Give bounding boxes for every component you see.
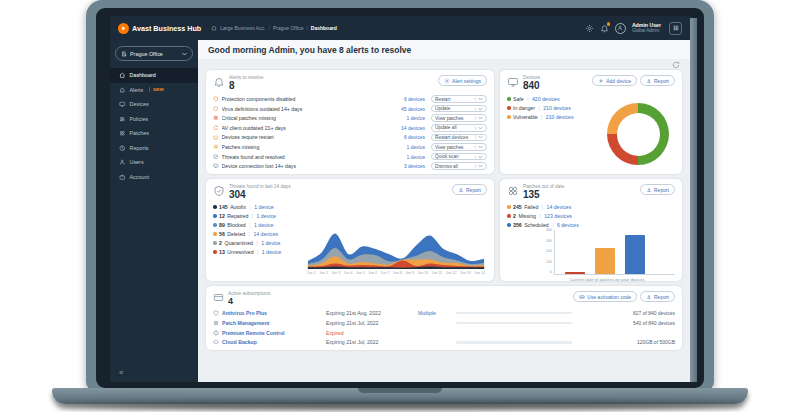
legend-count: 145: [219, 204, 228, 210]
legend-link[interactable]: 1 device: [257, 213, 276, 219]
console-switcher-icon[interactable]: [669, 22, 682, 35]
alert-action-select[interactable]: View patches: [431, 143, 487, 151]
alert-devices-link[interactable]: 1 device: [406, 115, 425, 121]
x-tick-label: Jun 11: [432, 271, 443, 275]
legend-item: 245Failed14 devices: [507, 202, 675, 211]
x-tick-label: Jun 10: [417, 271, 428, 275]
legend-link[interactable]: 1 device: [254, 222, 273, 228]
sidebar-item-users[interactable]: Users: [110, 155, 198, 170]
sidebar-item-dashboard[interactable]: Dashboard: [110, 68, 198, 83]
alert-devices-link[interactable]: 14 devices: [401, 125, 425, 131]
breadcrumb-separator: [306, 25, 307, 31]
report-button[interactable]: Report: [452, 184, 487, 195]
alert-devices-link[interactable]: 45 devices: [401, 106, 425, 112]
alert-action-select[interactable]: Update all: [431, 124, 487, 132]
legend-link[interactable]: 210 devices: [543, 105, 571, 111]
threats-card: Threats found in last 14 days 304 Report: [206, 179, 494, 281]
shield-check-icon: [213, 154, 219, 160]
alert-settings-button[interactable]: Alert settings: [438, 75, 487, 86]
sidebar-item-devices[interactable]: Devices: [110, 97, 198, 112]
alert-label: Virus definitions outdated 14+ days: [222, 106, 402, 112]
sidebar-item-alerts[interactable]: Alerts NEW: [110, 83, 198, 98]
sidebar-item-account[interactable]: Account: [110, 170, 198, 185]
refresh-icon[interactable]: [672, 61, 680, 69]
y-tick-label: 400: [546, 228, 552, 232]
legend-link[interactable]: 123 devices: [544, 213, 572, 219]
legend-item: 145Autofix1 device: [213, 202, 305, 211]
legend-dot: [213, 205, 217, 209]
report-button[interactable]: Report: [640, 75, 675, 86]
user-meta[interactable]: Admin User Global Admin: [632, 22, 661, 34]
chevron-down-icon: [475, 135, 483, 139]
y-tick-label: 300: [546, 239, 552, 243]
subscription-row: Antivirus Pro Plus Expiring 21st Aug, 20…: [213, 308, 675, 318]
button-label: Report: [654, 78, 669, 84]
subscription-name-link[interactable]: Cloud Backup: [222, 339, 326, 345]
breadcrumb-item[interactable]: Prague Office: [273, 25, 303, 31]
breadcrumb-item[interactable]: Large Business Acc.: [220, 25, 265, 31]
monitor-icon: [213, 163, 219, 169]
subscription-name-link[interactable]: Antivirus Pro Plus: [222, 310, 326, 316]
report-button[interactable]: Report: [640, 184, 675, 195]
legend-link[interactable]: 420 devices: [532, 96, 560, 102]
app-window: Avast Business Hub Large Business Acc. P…: [110, 16, 690, 382]
legend-label: Quarantined: [224, 240, 253, 246]
legend-link[interactable]: 210 devices: [546, 114, 574, 120]
legend-link[interactable]: 6 devices: [557, 222, 579, 228]
x-tick-label: Jun 4: [344, 271, 353, 275]
alert-action-select[interactable]: Update: [431, 105, 487, 113]
subscription-name-link[interactable]: Patch Management: [222, 320, 326, 326]
sidebar-collapse-button[interactable]: «: [119, 369, 123, 377]
x-tick-label: Jun 13: [460, 271, 471, 275]
legend-link[interactable]: 14 devices: [253, 231, 278, 237]
legend-link[interactable]: 1 device: [262, 249, 281, 255]
avatar[interactable]: [615, 23, 626, 34]
credit-card-icon: [213, 292, 224, 303]
subscription-row: Premium Remote Control Expired: [213, 328, 675, 338]
subscription-usage: 540 of 840 devices: [633, 320, 675, 326]
sidebar-item-policies[interactable]: Policies: [110, 112, 198, 127]
button-label: Report: [466, 187, 481, 193]
alert-action-select[interactable]: Dismiss all: [431, 162, 487, 170]
bar-failed: [595, 248, 615, 274]
legend-dot: [507, 223, 511, 227]
x-tick-label: Jun 8: [393, 271, 402, 275]
alert-action-select[interactable]: View patches: [431, 114, 487, 122]
alert-action-select[interactable]: Restart devices: [431, 134, 487, 142]
legend-link[interactable]: 1 device: [261, 240, 280, 246]
alert-action-select[interactable]: Restart: [431, 95, 487, 103]
breadcrumb-current: Dashboard: [311, 25, 337, 31]
action-label: Restart devices: [435, 135, 475, 140]
use-activation-code-button[interactable]: Use activation code: [573, 291, 637, 302]
alert-devices-link[interactable]: 6 devices: [404, 134, 425, 140]
alert-devices-link[interactable]: 1 device: [406, 154, 425, 160]
x-tick-label: Jun 3: [332, 271, 341, 275]
alert-devices-link[interactable]: 6 devices: [404, 96, 425, 102]
home-icon: [119, 72, 126, 79]
subscription-extra-link[interactable]: Multiple: [418, 310, 456, 316]
patches-icon: [507, 185, 519, 197]
sidebar-item-patches[interactable]: Patches: [110, 126, 198, 141]
legend-count: 13: [219, 249, 225, 255]
download-icon: [458, 187, 464, 193]
legend-item: 2Quarantined1 device: [213, 238, 305, 247]
alert-devices-link[interactable]: 3 devices: [404, 163, 425, 169]
alert-devices-link[interactable]: 1 device: [406, 144, 425, 150]
report-button[interactable]: Report: [640, 291, 675, 302]
action-label: Dismiss all: [435, 164, 475, 169]
add-device-button[interactable]: Add device: [592, 75, 637, 86]
sidebar-item-reports[interactable]: Reports: [110, 141, 198, 156]
notifications-bell-icon[interactable]: [600, 24, 609, 33]
legend-dot: [507, 115, 511, 119]
subscription-usage: 827 of 840 devices: [633, 310, 675, 316]
gear-icon[interactable]: [585, 24, 594, 33]
subscription-expiry: Expiring 21st Aug, 2022: [326, 310, 418, 316]
alert-action-select[interactable]: Quick scan: [431, 153, 487, 161]
org-selector[interactable]: Prague Office: [115, 46, 193, 61]
subscription-name-link[interactable]: Premium Remote Control: [222, 330, 326, 336]
alert-row: Critical patches missing 1 device View p…: [213, 113, 487, 123]
button-label: Report: [654, 294, 669, 300]
legend-link[interactable]: 14 devices: [547, 204, 572, 210]
legend-link[interactable]: 1 device: [254, 204, 273, 210]
breadcrumb-separator: [269, 25, 270, 31]
